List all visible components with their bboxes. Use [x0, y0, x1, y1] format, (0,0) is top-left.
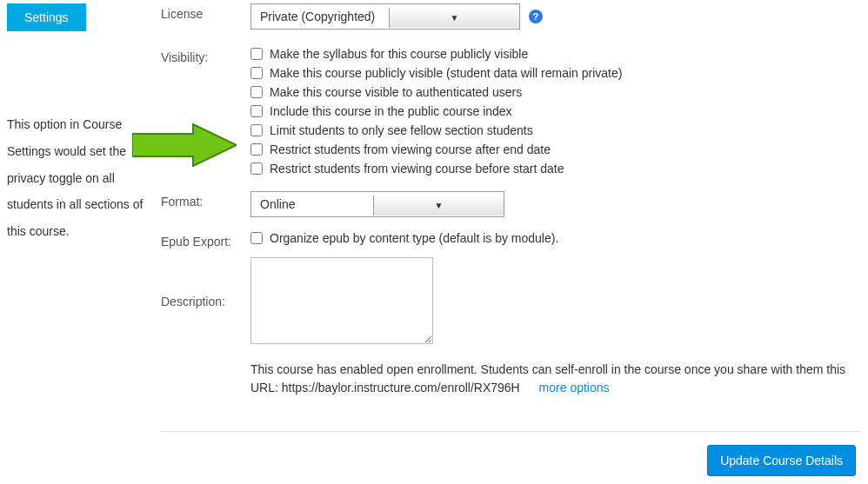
visibility-option-4: Limit students to only see fellow sectio… [250, 123, 859, 137]
visibility-option-label: Limit students to only see fellow sectio… [270, 123, 533, 137]
license-select[interactable]: Private (Copyrighted)▼ [250, 3, 520, 30]
enrollment-url: https://baylor.instructure.com/enroll/RX… [282, 381, 520, 394]
chevron-down-icon: ▼ [373, 196, 504, 215]
settings-button[interactable]: Settings [7, 3, 86, 31]
update-course-details-button[interactable]: Update Course Details [707, 445, 856, 476]
visibility-option-label: Restrict students from viewing course af… [270, 143, 551, 156]
format-row: Format: Online▼ [161, 189, 859, 217]
visibility-checkbox-5[interactable] [250, 143, 263, 156]
epub-checkbox[interactable] [250, 232, 263, 244]
license-row: License Private (Copyrighted)▼ ? [161, 2, 859, 30]
divider [161, 431, 859, 432]
description-row: Description: [161, 255, 859, 347]
description-label: Description: [161, 295, 250, 308]
help-icon[interactable]: ? [529, 10, 543, 23]
visibility-option-label: Make this course publicly visible (stude… [270, 66, 622, 80]
annotation-text: This option in Course Settings would set… [7, 111, 151, 245]
course-settings-form: License Private (Copyrighted)▼ ? Visibil… [161, 0, 859, 397]
visibility-option-2: Make this course visible to authenticate… [250, 85, 859, 99]
format-select[interactable]: Online▼ [250, 191, 504, 217]
license-selected-value: Private (Copyrighted) [251, 4, 389, 29]
chevron-down-icon: ▼ [389, 8, 519, 28]
visibility-checkbox-2[interactable] [250, 86, 263, 98]
license-label: License [161, 2, 250, 21]
visibility-option-label: Make this course visible to authenticate… [270, 85, 522, 99]
open-enrollment-text: This course has enabled open enrollment.… [250, 361, 859, 397]
epub-option-label: Organize epub by content type (default i… [270, 231, 558, 245]
visibility-checkbox-0[interactable] [250, 48, 263, 60]
visibility-row: Visibility: Make the syllabus for this c… [161, 45, 859, 181]
visibility-option-0: Make the syllabus for this course public… [250, 47, 859, 61]
format-selected-value: Online [251, 192, 373, 216]
visibility-checkbox-6[interactable] [250, 162, 263, 175]
visibility-label: Visibility: [161, 45, 250, 64]
visibility-option-5: Restrict students from viewing course af… [250, 143, 859, 156]
visibility-checkbox-1[interactable] [250, 67, 263, 79]
epub-row: Epub Export: Organize epub by content ty… [161, 229, 859, 250]
description-textarea[interactable] [250, 257, 433, 344]
format-label: Format: [161, 189, 250, 209]
more-options-link[interactable]: more options [539, 381, 610, 394]
visibility-option-1: Make this course publicly visible (stude… [250, 66, 859, 80]
visibility-option-label: Make the syllabus for this course public… [270, 47, 528, 61]
epub-option: Organize epub by content type (default i… [250, 231, 859, 245]
visibility-checkbox-3[interactable] [250, 105, 263, 117]
epub-label: Epub Export: [161, 229, 250, 249]
visibility-option-label: Restrict students from viewing course be… [270, 162, 564, 176]
visibility-option-label: Include this course in the public course… [270, 104, 512, 118]
visibility-option-3: Include this course in the public course… [250, 104, 859, 118]
visibility-checkbox-4[interactable] [250, 124, 263, 136]
visibility-option-6: Restrict students from viewing course be… [250, 162, 859, 176]
